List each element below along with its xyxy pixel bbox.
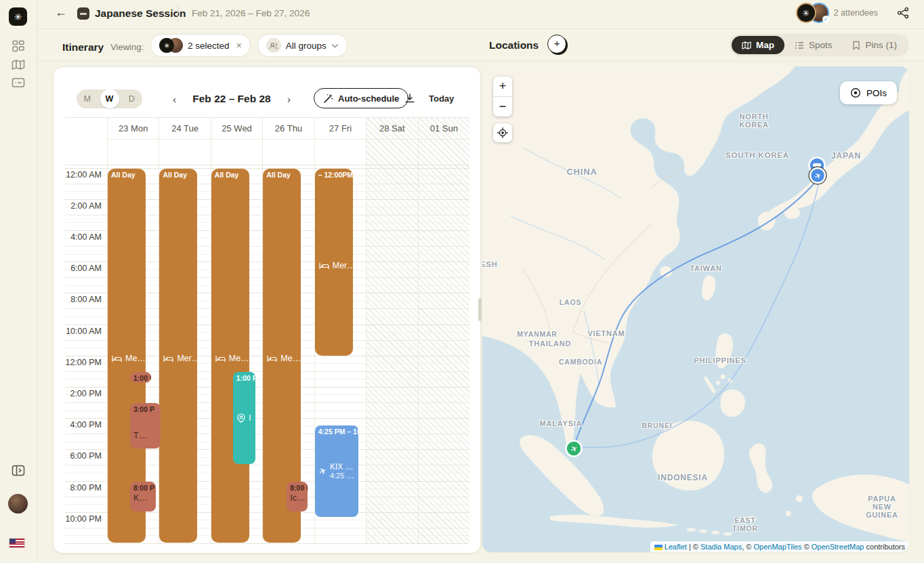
country-label: TAIWAN bbox=[690, 264, 721, 272]
bed-icon bbox=[267, 355, 277, 362]
app-logo[interactable]: ✳ bbox=[9, 7, 27, 26]
event-title: Me… bbox=[125, 354, 146, 363]
groups-icon bbox=[266, 38, 281, 53]
grid-line bbox=[65, 165, 469, 165]
attribution-link[interactable]: Stadia Maps bbox=[700, 543, 742, 551]
folder-icon[interactable] bbox=[12, 76, 25, 89]
attendee-avatar-1[interactable]: ✳ bbox=[797, 4, 815, 22]
attribution-link[interactable]: OpenStreetMap bbox=[812, 543, 864, 551]
flight-marker-singapore[interactable]: ✈ bbox=[566, 441, 582, 457]
prev-week-button[interactable]: ‹ bbox=[170, 93, 179, 105]
time-label: 10:00 PM bbox=[65, 514, 102, 524]
us-flag-icon[interactable] bbox=[9, 539, 24, 547]
pois-label: POIs bbox=[866, 88, 887, 98]
bookmark-icon bbox=[852, 41, 860, 50]
zoom-in-button[interactable]: + bbox=[493, 77, 512, 97]
panel-toggle-icon[interactable] bbox=[12, 463, 25, 477]
pois-toggle-button[interactable]: POIs bbox=[840, 81, 897, 104]
map-nav-icon[interactable] bbox=[12, 58, 25, 71]
day-header: 25 Wed bbox=[211, 118, 262, 138]
event-time-label: All Day bbox=[111, 171, 142, 179]
week-grid[interactable]: 23 Mon24 Tue25 Wed26 Thu27 Fri28 Sat01 S… bbox=[65, 117, 469, 543]
country-label: EAST TIMOR bbox=[732, 516, 758, 533]
user-avatar[interactable] bbox=[8, 494, 28, 514]
view-mode-month[interactable]: M bbox=[77, 89, 98, 108]
country-label: INDONESIA bbox=[658, 473, 708, 482]
attribution-text: , © bbox=[742, 543, 753, 551]
trip-title[interactable]: Japanese Session bbox=[95, 7, 186, 20]
country-label: JAPAN bbox=[831, 151, 861, 161]
event-title: Ic… bbox=[290, 493, 304, 503]
tab-spots[interactable]: Spots bbox=[784, 36, 843, 54]
calendar-event[interactable]: 8:00 PK… bbox=[130, 482, 156, 512]
country-label: ESH bbox=[482, 260, 498, 268]
event-title: Me… bbox=[280, 354, 301, 363]
chevron-down-icon bbox=[331, 43, 339, 48]
clear-members-icon[interactable]: × bbox=[234, 40, 242, 51]
flight-marker-japan[interactable]: ✈ bbox=[809, 167, 827, 185]
members-filter-pill[interactable]: ✳ 2 selected × bbox=[150, 34, 251, 57]
back-button[interactable]: ← bbox=[55, 5, 67, 20]
time-label: 2:00 AM bbox=[65, 201, 102, 211]
map-attribution: Leaflet | © Stadia Maps, © OpenMapTiles … bbox=[650, 541, 909, 552]
calendar-event[interactable]: 1:00 P bbox=[130, 372, 151, 383]
calendar-event[interactable]: – 12:00PMMer… bbox=[315, 169, 353, 356]
map-panel[interactable]: ✈ ✈ CHINANORTH KOREASOUTH KOREAJAPANTAIW… bbox=[482, 66, 909, 552]
day-column[interactable]: 28 Sat bbox=[366, 118, 417, 543]
country-label: VIETNAM bbox=[587, 329, 625, 337]
calendar-event[interactable]: 8:00 PIc… bbox=[287, 482, 308, 512]
time-label: 8:00 PM bbox=[65, 483, 102, 493]
pin-icon bbox=[237, 413, 245, 423]
check-badge: ✓ bbox=[822, 16, 830, 23]
magic-wand-icon bbox=[323, 93, 333, 104]
today-button[interactable]: Today bbox=[429, 93, 454, 104]
time-label: 12:00 PM bbox=[65, 358, 102, 367]
attendees-group[interactable]: ✳ ✓ 2 attendees bbox=[797, 4, 878, 22]
tab-pins[interactable]: Pins (1) bbox=[842, 36, 907, 54]
next-week-button[interactable]: › bbox=[285, 93, 293, 105]
event-title: Mer… bbox=[177, 354, 197, 363]
calendar-event[interactable]: 1:00 PI bbox=[233, 372, 255, 465]
attribution-link[interactable]: OpenMapTiles bbox=[753, 543, 801, 551]
panel-resize-handle[interactable] bbox=[478, 298, 482, 321]
country-label: MYANMAR bbox=[517, 330, 557, 338]
calendar-event[interactable]: All DayMer… bbox=[159, 169, 197, 543]
view-mode-week[interactable]: W bbox=[100, 89, 119, 108]
tab-map[interactable]: Map bbox=[732, 36, 784, 54]
groups-filter-pill[interactable]: All groups bbox=[257, 34, 348, 57]
trip-icon bbox=[77, 7, 89, 20]
add-location-button[interactable]: + bbox=[547, 35, 566, 54]
event-time-label: 8:00 P bbox=[133, 484, 152, 492]
attribution-link[interactable]: Leaflet bbox=[665, 543, 687, 551]
map-zoom-control: + − bbox=[493, 77, 512, 117]
country-label: THAILAND bbox=[529, 339, 572, 348]
share-icon[interactable] bbox=[897, 7, 909, 22]
time-label: 6:00 PM bbox=[65, 451, 102, 461]
calendar-event[interactable]: All DayMe… bbox=[211, 169, 249, 543]
attendees-label: 2 attendees bbox=[834, 8, 878, 18]
locations-title: Locations bbox=[489, 39, 539, 51]
map-tab-icon bbox=[742, 41, 751, 49]
trip-date-range[interactable]: Feb 21, 2026 – Feb 27, 2026 bbox=[192, 8, 310, 18]
download-icon[interactable] bbox=[404, 93, 415, 106]
view-mode-day[interactable]: D bbox=[121, 89, 143, 108]
event-title: Me… bbox=[229, 354, 249, 363]
calendar-event[interactable]: 3:00 PT… bbox=[130, 403, 161, 449]
list-icon bbox=[795, 41, 804, 49]
auto-schedule-button[interactable]: Auto-schedule bbox=[314, 88, 408, 108]
calendar-event[interactable]: 4:25 PM – 10✈KIX …4:25 … bbox=[315, 425, 358, 517]
event-subtitle: 4:25 … bbox=[330, 472, 354, 480]
zoom-out-button[interactable]: − bbox=[493, 97, 512, 117]
itinerary-title: Itinerary bbox=[62, 41, 104, 54]
viewing-label: Viewing: bbox=[110, 42, 144, 52]
locate-button[interactable] bbox=[493, 123, 512, 142]
day-column[interactable]: 01 Sun bbox=[418, 118, 469, 543]
app-sidebar: ✳ bbox=[0, 0, 37, 563]
dashboard-icon[interactable] bbox=[12, 39, 25, 53]
country-label: BRUNEI bbox=[642, 421, 672, 430]
grid-line bbox=[65, 543, 469, 544]
view-mode-switch[interactable]: M W D bbox=[77, 89, 142, 108]
country-label: SOUTH KOREA bbox=[726, 151, 789, 159]
week-range-label: Feb 22 – Feb 28 bbox=[188, 93, 275, 105]
member-avatar-1: ✳ bbox=[159, 38, 174, 53]
